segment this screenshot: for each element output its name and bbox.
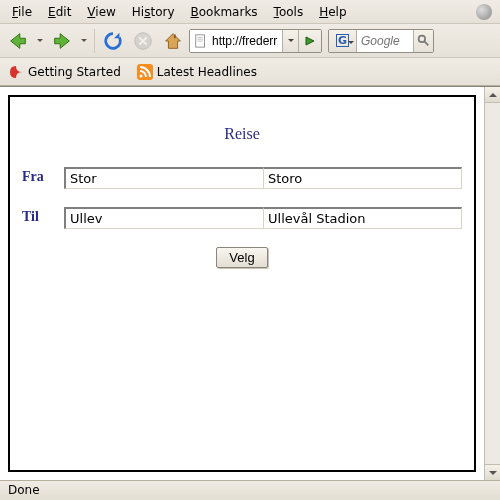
status-text: Done xyxy=(8,483,40,497)
rss-icon xyxy=(137,64,153,80)
menu-file[interactable]: File xyxy=(4,3,40,21)
google-icon: G xyxy=(336,34,349,47)
svg-point-3 xyxy=(419,36,426,43)
stop-icon xyxy=(132,30,154,52)
home-button[interactable] xyxy=(159,27,187,55)
url-dropdown[interactable] xyxy=(283,30,299,52)
search-go-button[interactable] xyxy=(413,30,433,52)
forward-dropdown[interactable] xyxy=(78,27,90,55)
menu-bar: File Edit View History Bookmarks Tools H… xyxy=(0,0,500,24)
forward-button[interactable] xyxy=(48,27,76,55)
activity-throbber-icon xyxy=(476,4,492,20)
reload-button[interactable] xyxy=(99,27,127,55)
go-button[interactable] xyxy=(299,30,321,52)
bookmark-label: Getting Started xyxy=(28,65,121,79)
to-label: Til xyxy=(22,207,64,229)
menu-edit[interactable]: Edit xyxy=(40,3,79,21)
bookmark-latest-headlines[interactable]: Latest Headlines xyxy=(137,64,257,80)
back-dropdown[interactable] xyxy=(34,27,46,55)
submit-button[interactable]: Velg xyxy=(216,247,267,268)
forward-arrow-icon xyxy=(51,30,73,52)
navigation-toolbar: G xyxy=(0,24,500,58)
reload-icon xyxy=(102,30,124,52)
page-icon xyxy=(194,34,208,48)
menu-help[interactable]: Help xyxy=(311,3,354,21)
menu-history[interactable]: History xyxy=(124,3,183,21)
page-title: Reise xyxy=(22,125,462,143)
stop-button xyxy=(129,27,157,55)
back-arrow-icon xyxy=(7,30,29,52)
search-engine-selector[interactable]: G xyxy=(329,30,357,52)
getting-started-icon xyxy=(8,64,24,80)
go-arrow-icon xyxy=(304,35,316,47)
menu-view[interactable]: View xyxy=(79,3,123,21)
search-input[interactable] xyxy=(357,34,413,48)
home-icon xyxy=(162,30,184,52)
to-row: Til Ullevål Stadion xyxy=(22,207,462,229)
to-input[interactable] xyxy=(64,207,264,229)
submit-row: Velg xyxy=(22,247,462,268)
from-row: Fra Storo xyxy=(22,167,462,189)
svg-rect-1 xyxy=(174,34,176,38)
url-input[interactable] xyxy=(212,34,278,48)
status-bar: Done xyxy=(0,480,500,500)
url-field-wrap[interactable] xyxy=(190,30,283,52)
from-input[interactable] xyxy=(64,167,264,189)
search-icon xyxy=(417,34,430,47)
bookmarks-toolbar: Getting Started Latest Headlines xyxy=(0,58,500,86)
search-bar: G xyxy=(328,29,434,53)
back-button[interactable] xyxy=(4,27,32,55)
page-frame: Reise Fra Storo Til Ullevål Stadion Velg xyxy=(8,95,476,472)
menu-bookmarks[interactable]: Bookmarks xyxy=(183,3,266,21)
vertical-scrollbar[interactable] xyxy=(484,87,500,480)
from-suggestion[interactable]: Storo xyxy=(264,167,462,189)
bookmark-label: Latest Headlines xyxy=(157,65,257,79)
url-bar xyxy=(189,29,322,53)
bookmark-getting-started[interactable]: Getting Started xyxy=(8,64,121,80)
svg-point-5 xyxy=(139,74,142,77)
content-area: Reise Fra Storo Til Ullevål Stadion Velg xyxy=(0,86,500,480)
svg-rect-4 xyxy=(137,64,153,80)
menu-tools[interactable]: Tools xyxy=(266,3,312,21)
scroll-down-button[interactable] xyxy=(485,464,500,480)
to-suggestion[interactable]: Ullevål Stadion xyxy=(264,207,462,229)
scroll-up-button[interactable] xyxy=(485,87,500,103)
from-label: Fra xyxy=(22,167,64,189)
